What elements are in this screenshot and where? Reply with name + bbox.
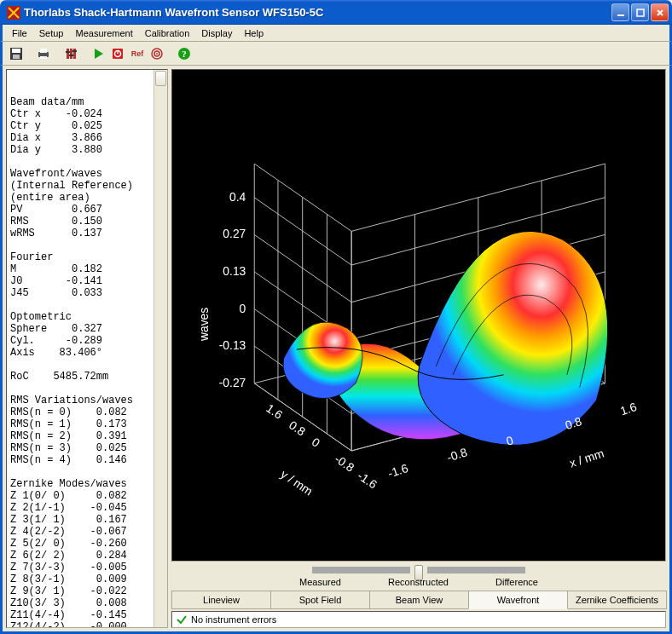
svg-rect-12 — [66, 51, 70, 53]
svg-rect-2 — [637, 9, 644, 16]
ytick: -0.8 — [332, 452, 356, 475]
maximize-button[interactable] — [631, 3, 649, 21]
tab-spotfield[interactable]: Spot Field — [270, 591, 370, 609]
wavefront-3d-plot[interactable]: -0.27 -0.13 0 0.13 0.27 0.4 waves 1.6 0.… — [171, 69, 666, 562]
ztick: 0.13 — [223, 263, 246, 277]
menu-setup[interactable]: Setup — [33, 26, 70, 40]
left-scrollbar[interactable] — [154, 70, 167, 627]
menu-bar: File Setup Measurement Calibration Displ… — [0, 25, 672, 42]
svg-rect-8 — [40, 56, 47, 59]
ytick: 1.6 — [264, 401, 285, 421]
slider-thumb[interactable] — [414, 565, 423, 580]
content-area: Beam data/mm Ctr x -0.024 Ctr y 0.025 Di… — [0, 66, 672, 634]
svg-rect-4 — [12, 49, 20, 53]
svg-rect-5 — [13, 55, 20, 59]
save-icon[interactable] — [8, 45, 25, 62]
minimize-button[interactable] — [611, 3, 629, 21]
slider-label-difference: Difference — [495, 577, 538, 587]
menu-measurement[interactable]: Measurement — [69, 26, 138, 40]
svg-point-21 — [156, 53, 158, 55]
ref-icon[interactable]: Ref — [129, 45, 146, 62]
svg-rect-1 — [617, 14, 624, 16]
data-panel: Beam data/mm Ctr x -0.024 Ctr y 0.025 Di… — [6, 69, 168, 628]
y-axis-label: y / mm — [278, 466, 315, 498]
tab-beamview[interactable]: Beam View — [369, 591, 469, 609]
svg-rect-18 — [117, 50, 118, 54]
xtick: -1.6 — [385, 460, 409, 480]
slider-label-measured: Measured — [299, 577, 341, 587]
toolbar: Ref ? — [0, 42, 672, 66]
svg-rect-14 — [72, 50, 77, 52]
view-slider[interactable] — [312, 565, 525, 575]
svg-rect-13 — [69, 55, 73, 56]
status-text: No instrument errors — [191, 614, 276, 625]
svg-marker-15 — [95, 49, 103, 59]
title-bar: Thorlabs Shack-Hartmann Wavefront Sensor… — [0, 0, 672, 25]
close-button[interactable] — [651, 3, 669, 21]
menu-calibration[interactable]: Calibration — [139, 26, 196, 40]
tab-wavefront[interactable]: Wavefront — [468, 591, 568, 609]
menu-file[interactable]: File — [6, 26, 33, 40]
ztick: 0.27 — [223, 227, 246, 240]
ytick: 0.8 — [287, 418, 308, 438]
stop-icon[interactable] — [109, 45, 126, 62]
tab-lineview[interactable]: Lineview — [171, 591, 271, 609]
svg-text:?: ? — [182, 49, 187, 59]
x-axis-label: x / mm — [567, 446, 605, 470]
svg-rect-9 — [67, 49, 69, 59]
app-icon — [7, 6, 20, 20]
ztick: 0 — [239, 301, 246, 314]
xtick: 1.6 — [618, 400, 639, 418]
svg-rect-7 — [40, 49, 47, 53]
status-ok-icon — [176, 614, 188, 625]
tab-zernike[interactable]: Zernike Coefficients — [567, 591, 667, 609]
menu-display[interactable]: Display — [195, 26, 238, 40]
ztick: 0.4 — [229, 189, 246, 203]
window-buttons — [611, 3, 669, 21]
ztick: -0.13 — [218, 338, 246, 352]
right-panel: -0.27 -0.13 0 0.13 0.27 0.4 waves 1.6 0.… — [171, 69, 666, 628]
window-title: Thorlabs Shack-Hartmann Wavefront Sensor… — [24, 6, 611, 19]
view-tabs: Lineview Spot Field Beam View Wavefront … — [171, 591, 666, 609]
target-icon[interactable] — [148, 45, 165, 62]
ytick: 0 — [309, 435, 322, 450]
run-icon[interactable] — [90, 45, 107, 62]
xtick: -0.8 — [445, 445, 469, 464]
svg-rect-11 — [73, 49, 76, 59]
ztick: -0.27 — [218, 375, 246, 389]
ytick: -1.6 — [355, 468, 379, 491]
scrollbar-thumb[interactable] — [155, 71, 166, 86]
settings-icon[interactable] — [62, 45, 79, 62]
status-bar: No instrument errors — [171, 611, 666, 628]
print-icon[interactable] — [35, 45, 52, 62]
svg-rect-10 — [70, 49, 72, 59]
help-icon[interactable]: ? — [176, 45, 193, 62]
view-slider-group: Measured Reconstructed Difference — [171, 563, 666, 589]
menu-help[interactable]: Help — [238, 26, 269, 40]
z-axis-label: waves — [196, 307, 210, 341]
plot-svg: -0.27 -0.13 0 0.13 0.27 0.4 waves 1.6 0.… — [182, 80, 656, 551]
